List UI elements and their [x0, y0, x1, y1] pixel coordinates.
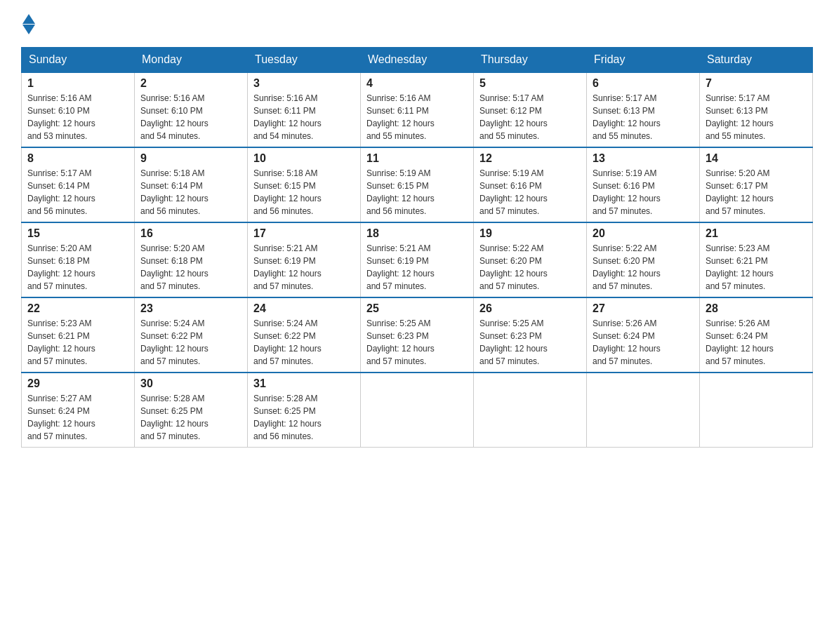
calendar-day-cell: 18 Sunrise: 5:21 AM Sunset: 6:19 PM Dayl… — [361, 222, 474, 297]
calendar-day-cell: 20 Sunrise: 5:22 AM Sunset: 6:20 PM Dayl… — [587, 222, 700, 297]
calendar-week-row: 29 Sunrise: 5:27 AM Sunset: 6:24 PM Dayl… — [22, 373, 813, 448]
day-of-week-header: Tuesday — [248, 48, 361, 73]
calendar-day-cell: 8 Sunrise: 5:17 AM Sunset: 6:14 PM Dayli… — [22, 147, 135, 222]
day-info: Sunrise: 5:28 AM Sunset: 6:25 PM Dayligh… — [253, 392, 355, 443]
day-number: 30 — [140, 377, 241, 390]
calendar-week-row: 8 Sunrise: 5:17 AM Sunset: 6:14 PM Dayli… — [22, 147, 813, 222]
calendar-day-cell: 10 Sunrise: 5:18 AM Sunset: 6:15 PM Dayl… — [248, 147, 361, 222]
calendar-day-cell: 5 Sunrise: 5:17 AM Sunset: 6:12 PM Dayli… — [474, 72, 587, 147]
calendar-week-row: 22 Sunrise: 5:23 AM Sunset: 6:21 PM Dayl… — [22, 297, 813, 373]
day-of-week-header: Wednesday — [361, 48, 474, 73]
day-info: Sunrise: 5:16 AM Sunset: 6:10 PM Dayligh… — [140, 92, 241, 142]
day-number: 21 — [706, 227, 807, 240]
calendar-day-cell — [700, 373, 813, 448]
day-of-week-header: Sunday — [22, 48, 135, 73]
day-info: Sunrise: 5:26 AM Sunset: 6:24 PM Dayligh… — [706, 317, 807, 368]
calendar-table: SundayMondayTuesdayWednesdayThursdayFrid… — [21, 47, 813, 448]
day-info: Sunrise: 5:27 AM Sunset: 6:24 PM Dayligh… — [27, 392, 128, 443]
calendar-day-cell: 15 Sunrise: 5:20 AM Sunset: 6:18 PM Dayl… — [22, 222, 135, 297]
day-info: Sunrise: 5:17 AM Sunset: 6:12 PM Dayligh… — [479, 92, 581, 142]
calendar-day-cell: 21 Sunrise: 5:23 AM Sunset: 6:21 PM Dayl… — [700, 222, 813, 297]
day-of-week-header: Monday — [135, 48, 248, 73]
calendar-day-cell: 31 Sunrise: 5:28 AM Sunset: 6:25 PM Dayl… — [248, 373, 361, 448]
day-of-week-header: Thursday — [474, 48, 587, 73]
day-info: Sunrise: 5:19 AM Sunset: 6:16 PM Dayligh… — [479, 167, 581, 217]
calendar-day-cell: 17 Sunrise: 5:21 AM Sunset: 6:19 PM Dayl… — [248, 222, 361, 297]
calendar-day-cell — [474, 373, 587, 448]
day-number: 20 — [593, 227, 694, 240]
day-number: 1 — [27, 77, 128, 90]
calendar-day-cell: 1 Sunrise: 5:16 AM Sunset: 6:10 PM Dayli… — [22, 72, 135, 147]
calendar-day-cell: 16 Sunrise: 5:20 AM Sunset: 6:18 PM Dayl… — [135, 222, 248, 297]
calendar-day-cell: 12 Sunrise: 5:19 AM Sunset: 6:16 PM Dayl… — [474, 147, 587, 222]
day-info: Sunrise: 5:25 AM Sunset: 6:23 PM Dayligh… — [366, 317, 468, 368]
day-number: 28 — [706, 302, 807, 315]
day-number: 17 — [253, 227, 355, 240]
day-number: 29 — [27, 377, 128, 390]
calendar-day-cell: 9 Sunrise: 5:18 AM Sunset: 6:14 PM Dayli… — [135, 147, 248, 222]
day-number: 24 — [253, 302, 355, 315]
calendar-week-row: 15 Sunrise: 5:20 AM Sunset: 6:18 PM Dayl… — [22, 222, 813, 297]
day-number: 9 — [140, 152, 241, 165]
calendar-day-cell: 6 Sunrise: 5:17 AM Sunset: 6:13 PM Dayli… — [587, 72, 700, 147]
day-number: 18 — [366, 227, 468, 240]
day-info: Sunrise: 5:16 AM Sunset: 6:11 PM Dayligh… — [253, 92, 355, 142]
calendar-day-cell: 22 Sunrise: 5:23 AM Sunset: 6:21 PM Dayl… — [22, 297, 135, 373]
day-number: 12 — [479, 152, 581, 165]
day-info: Sunrise: 5:17 AM Sunset: 6:13 PM Dayligh… — [706, 92, 807, 142]
day-info: Sunrise: 5:21 AM Sunset: 6:19 PM Dayligh… — [253, 242, 355, 293]
day-of-week-header: Saturday — [700, 48, 813, 73]
day-info: Sunrise: 5:17 AM Sunset: 6:13 PM Dayligh… — [593, 92, 694, 142]
day-info: Sunrise: 5:18 AM Sunset: 6:14 PM Dayligh… — [140, 167, 241, 217]
calendar-day-cell: 14 Sunrise: 5:20 AM Sunset: 6:17 PM Dayl… — [700, 147, 813, 222]
day-info: Sunrise: 5:16 AM Sunset: 6:11 PM Dayligh… — [366, 92, 468, 142]
day-number: 11 — [366, 152, 468, 165]
day-info: Sunrise: 5:20 AM Sunset: 6:18 PM Dayligh… — [27, 242, 128, 293]
calendar-day-cell: 3 Sunrise: 5:16 AM Sunset: 6:11 PM Dayli… — [248, 72, 361, 147]
calendar-day-cell: 7 Sunrise: 5:17 AM Sunset: 6:13 PM Dayli… — [700, 72, 813, 147]
day-info: Sunrise: 5:22 AM Sunset: 6:20 PM Dayligh… — [593, 242, 694, 293]
calendar-day-cell: 4 Sunrise: 5:16 AM Sunset: 6:11 PM Dayli… — [361, 72, 474, 147]
day-info: Sunrise: 5:19 AM Sunset: 6:16 PM Dayligh… — [593, 167, 694, 217]
day-number: 8 — [27, 152, 128, 165]
day-number: 14 — [706, 152, 807, 165]
day-number: 2 — [140, 77, 241, 90]
calendar-day-cell — [587, 373, 700, 448]
day-number: 19 — [479, 227, 581, 240]
calendar-day-cell: 19 Sunrise: 5:22 AM Sunset: 6:20 PM Dayl… — [474, 222, 587, 297]
calendar-header-row: SundayMondayTuesdayWednesdayThursdayFrid… — [22, 48, 813, 73]
day-number: 4 — [366, 77, 468, 90]
day-info: Sunrise: 5:25 AM Sunset: 6:23 PM Dayligh… — [479, 317, 581, 368]
day-number: 26 — [479, 302, 581, 315]
calendar-day-cell: 13 Sunrise: 5:19 AM Sunset: 6:16 PM Dayl… — [587, 147, 700, 222]
calendar-day-cell: 27 Sunrise: 5:26 AM Sunset: 6:24 PM Dayl… — [587, 297, 700, 373]
day-info: Sunrise: 5:24 AM Sunset: 6:22 PM Dayligh… — [253, 317, 355, 368]
day-info: Sunrise: 5:19 AM Sunset: 6:15 PM Dayligh… — [366, 167, 468, 217]
day-info: Sunrise: 5:20 AM Sunset: 6:17 PM Dayligh… — [706, 167, 807, 217]
day-info: Sunrise: 5:23 AM Sunset: 6:21 PM Dayligh… — [27, 317, 128, 368]
day-info: Sunrise: 5:21 AM Sunset: 6:19 PM Dayligh… — [366, 242, 468, 293]
day-number: 3 — [253, 77, 355, 90]
calendar-day-cell: 28 Sunrise: 5:26 AM Sunset: 6:24 PM Dayl… — [700, 297, 813, 373]
calendar-day-cell: 2 Sunrise: 5:16 AM Sunset: 6:10 PM Dayli… — [135, 72, 248, 147]
day-number: 31 — [253, 377, 355, 390]
day-number: 10 — [253, 152, 355, 165]
day-number: 7 — [706, 77, 807, 90]
day-info: Sunrise: 5:20 AM Sunset: 6:18 PM Dayligh… — [140, 242, 241, 293]
day-of-week-header: Friday — [587, 48, 700, 73]
day-number: 25 — [366, 302, 468, 315]
calendar-day-cell: 24 Sunrise: 5:24 AM Sunset: 6:22 PM Dayl… — [248, 297, 361, 373]
day-info: Sunrise: 5:24 AM Sunset: 6:22 PM Dayligh… — [140, 317, 241, 368]
day-number: 27 — [593, 302, 694, 315]
page-header — [21, 14, 813, 33]
day-info: Sunrise: 5:18 AM Sunset: 6:15 PM Dayligh… — [253, 167, 355, 217]
calendar-day-cell: 25 Sunrise: 5:25 AM Sunset: 6:23 PM Dayl… — [361, 297, 474, 373]
calendar-day-cell: 26 Sunrise: 5:25 AM Sunset: 6:23 PM Dayl… — [474, 297, 587, 373]
calendar-week-row: 1 Sunrise: 5:16 AM Sunset: 6:10 PM Dayli… — [22, 72, 813, 147]
calendar-day-cell: 29 Sunrise: 5:27 AM Sunset: 6:24 PM Dayl… — [22, 373, 135, 448]
day-number: 23 — [140, 302, 241, 315]
day-number: 22 — [27, 302, 128, 315]
day-number: 6 — [593, 77, 694, 90]
day-number: 13 — [593, 152, 694, 165]
day-number: 16 — [140, 227, 241, 240]
